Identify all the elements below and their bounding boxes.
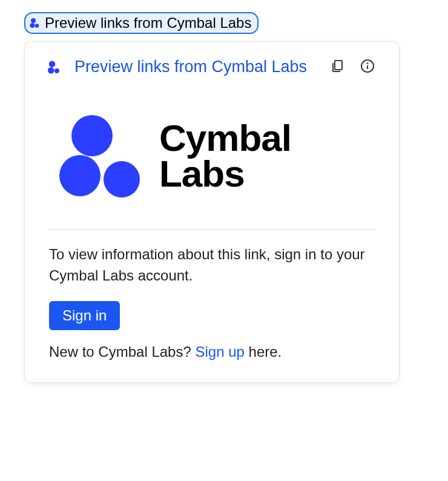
signup-suffix: here. bbox=[245, 343, 282, 360]
svg-point-11 bbox=[59, 155, 100, 196]
svg-point-4 bbox=[48, 67, 54, 73]
svg-point-9 bbox=[367, 63, 368, 64]
svg-point-0 bbox=[31, 18, 36, 23]
signin-description: To view information about this link, sig… bbox=[49, 244, 375, 287]
preview-chip[interactable]: Preview links from Cymbal Labs bbox=[24, 12, 259, 34]
cymbal-labs-logo-text: Cymbal Labs bbox=[159, 121, 291, 192]
svg-point-5 bbox=[54, 68, 59, 73]
logo-text-line2: Labs bbox=[159, 156, 291, 192]
signup-row: New to Cymbal Labs? Sign up here. bbox=[49, 343, 375, 360]
info-icon bbox=[360, 59, 375, 75]
copy-button[interactable] bbox=[328, 56, 347, 78]
divider bbox=[49, 229, 375, 230]
header-actions bbox=[328, 56, 377, 78]
svg-rect-6 bbox=[335, 61, 342, 70]
svg-point-1 bbox=[30, 23, 35, 28]
svg-point-3 bbox=[49, 61, 55, 67]
cymbal-labs-icon bbox=[47, 59, 62, 75]
signup-link[interactable]: Sign up bbox=[195, 343, 244, 360]
svg-point-12 bbox=[104, 161, 140, 197]
logo-section: Cymbal Labs bbox=[47, 78, 377, 229]
svg-point-2 bbox=[35, 24, 39, 27]
chip-label: Preview links from Cymbal Labs bbox=[45, 15, 251, 32]
logo-text-line1: Cymbal bbox=[159, 121, 291, 156]
cymbal-labs-icon bbox=[29, 17, 41, 29]
svg-point-10 bbox=[71, 115, 113, 156]
signup-prefix: New to Cymbal Labs? bbox=[49, 343, 195, 360]
info-button[interactable] bbox=[358, 56, 377, 78]
signin-button[interactable]: Sign in bbox=[49, 301, 120, 330]
preview-card: Preview links from Cymbal Labs bbox=[24, 41, 400, 383]
cymbal-labs-logo-mark bbox=[53, 114, 150, 199]
copy-icon bbox=[330, 59, 344, 75]
card-title: Preview links from Cymbal Labs bbox=[74, 58, 315, 76]
card-header: Preview links from Cymbal Labs bbox=[47, 56, 377, 78]
